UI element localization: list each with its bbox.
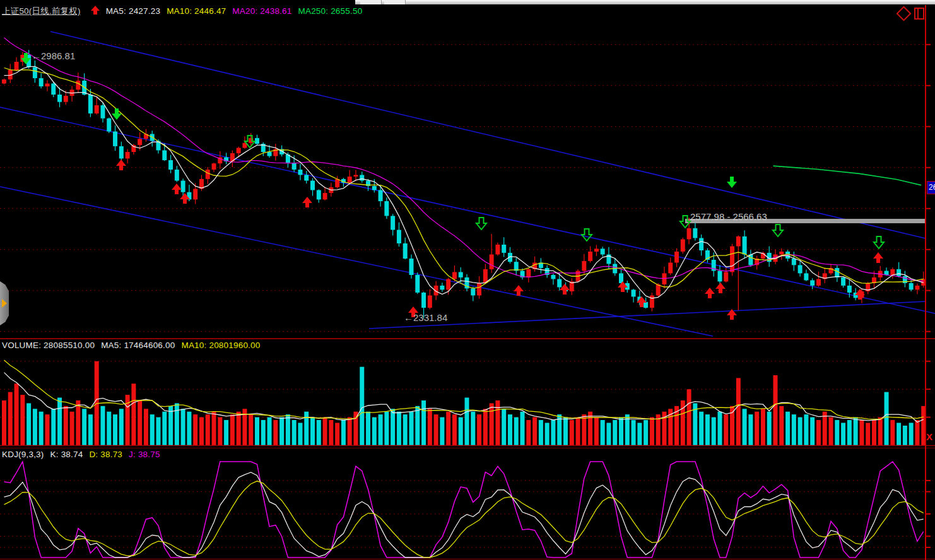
volume-ma5-value: MA5: 17464606.00 <box>101 341 175 350</box>
chart-canvas[interactable] <box>0 0 935 560</box>
split-window-icon[interactable] <box>914 8 924 20</box>
low-price-annotation: ←2331.84 <box>404 312 447 323</box>
up-arrow-icon <box>91 6 100 15</box>
volume-value: VOLUME: 28085510.00 <box>2 341 95 350</box>
buy-signal-arrow <box>302 197 312 207</box>
volume-header: VOLUME: 28085510.00MA5: 17464606.00MA10:… <box>2 341 266 350</box>
buy-signal-arrow <box>873 252 883 263</box>
kdj-header: KDJ(9,3,3)K: 38.74D: 38.73J: 38.75 <box>2 450 167 459</box>
buy-signal-arrow <box>116 160 126 170</box>
ma10-value: MA10: 2446.47 <box>167 6 226 16</box>
toolbar-bottom-strip <box>355 0 935 4</box>
ma250-value: MA250: 2655.50 <box>298 6 362 16</box>
ma20-value: MA20: 2438.61 <box>232 6 291 16</box>
sell-signal-arrow <box>112 108 122 120</box>
ma5-value: MA5: 2427.23 <box>106 6 160 16</box>
buy-signal-arrow <box>715 283 726 293</box>
right-axis-price-label: 2655.50 <box>927 181 935 194</box>
sell-signal-hollow-arrow <box>582 229 592 241</box>
sell-signal-hollow-arrow <box>874 236 884 248</box>
kdj-d-value: D: 38.73 <box>89 450 122 459</box>
kdj-name: KDJ(9,3,3) <box>2 450 44 459</box>
kdj-k-value: K: 38.74 <box>50 450 83 459</box>
expand-arrow-icon <box>2 299 7 308</box>
stock-chart-window: 上证50(日线.前复权)MA5: 2427.23MA10: 2446.47MA2… <box>0 0 935 560</box>
kdj-j-value: J: 38.75 <box>129 450 160 459</box>
volume-ma10-value: MA10: 20801960.00 <box>181 341 260 350</box>
main-chart-header: 上证50(日线.前复权)MA5: 2427.23MA10: 2446.47MA2… <box>2 6 368 17</box>
sell-signal-hollow-arrow <box>773 225 783 236</box>
buy-signal-arrow <box>705 288 715 298</box>
sell-signal-hollow-arrow <box>476 218 486 230</box>
high-price-annotation: ←2986.81 <box>32 50 75 61</box>
volume-panel-close-button[interactable]: X <box>926 432 932 442</box>
price-range-annotation: 2577.98 - 2566.63 <box>690 211 767 222</box>
sell-signal-arrow <box>727 177 737 188</box>
toolbar-button[interactable] <box>384 0 406 4</box>
toolbar-button[interactable] <box>360 0 382 4</box>
buy-signal-arrow <box>172 184 182 194</box>
chart-title: 上证50(日线.前复权) <box>2 6 81 16</box>
